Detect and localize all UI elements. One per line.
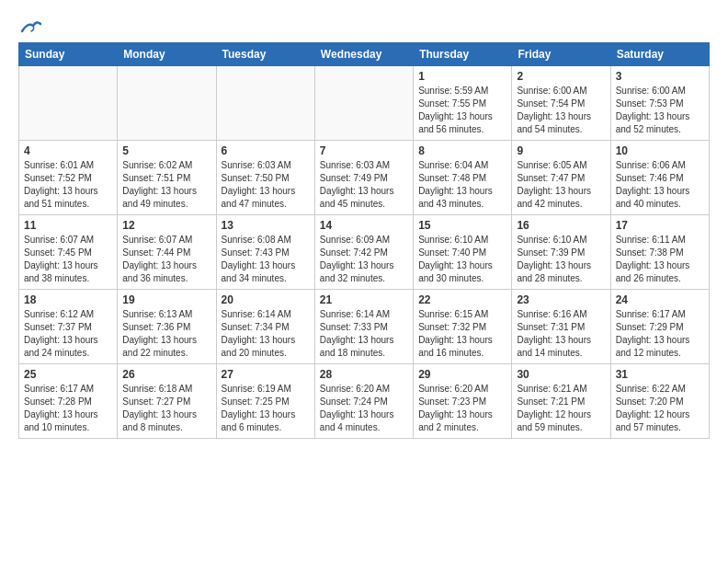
day-number: 17 <box>616 219 704 232</box>
day-info: Sunrise: 6:17 AM Sunset: 7:28 PM Dayligh… <box>24 383 112 434</box>
calendar-cell: 6Sunrise: 6:03 AM Sunset: 7:50 PM Daylig… <box>216 141 314 215</box>
calendar-cell: 24Sunrise: 6:17 AM Sunset: 7:29 PM Dayli… <box>610 290 709 364</box>
day-number: 2 <box>517 70 605 83</box>
day-info: Sunrise: 6:22 AM Sunset: 7:20 PM Dayligh… <box>616 383 704 434</box>
day-info: Sunrise: 6:13 AM Sunset: 7:36 PM Dayligh… <box>122 308 210 360</box>
day-info: Sunrise: 6:20 AM Sunset: 7:23 PM Dayligh… <box>418 383 506 434</box>
calendar-cell: 10Sunrise: 6:06 AM Sunset: 7:46 PM Dayli… <box>610 141 709 215</box>
weekday-monday: Monday <box>118 43 216 66</box>
day-number: 22 <box>418 293 506 306</box>
day-number: 19 <box>122 293 210 306</box>
weekday-header-row: SundayMondayTuesdayWednesdayThursdayFrid… <box>19 43 710 66</box>
day-number: 27 <box>222 368 310 381</box>
weekday-thursday: Thursday <box>414 43 512 66</box>
day-number: 18 <box>24 293 112 306</box>
day-info: Sunrise: 6:03 AM Sunset: 7:49 PM Dayligh… <box>320 159 408 211</box>
calendar-cell: 15Sunrise: 6:10 AM Sunset: 7:40 PM Dayli… <box>414 215 512 290</box>
calendar-cell: 4Sunrise: 6:01 AM Sunset: 7:52 PM Daylig… <box>19 141 118 215</box>
day-number: 28 <box>320 368 408 381</box>
calendar-cell: 17Sunrise: 6:11 AM Sunset: 7:38 PM Dayli… <box>610 215 709 290</box>
day-info: Sunrise: 6:02 AM Sunset: 7:51 PM Dayligh… <box>122 159 210 211</box>
weekday-sunday: Sunday <box>19 43 118 66</box>
day-number: 3 <box>616 70 704 83</box>
calendar-cell <box>216 66 314 141</box>
day-number: 15 <box>418 219 506 232</box>
day-number: 12 <box>122 219 210 232</box>
day-info: Sunrise: 6:04 AM Sunset: 7:48 PM Dayligh… <box>418 159 506 211</box>
day-number: 30 <box>517 368 605 381</box>
week-row-2: 4Sunrise: 6:01 AM Sunset: 7:52 PM Daylig… <box>19 141 710 215</box>
day-number: 26 <box>122 368 210 381</box>
day-info: Sunrise: 6:20 AM Sunset: 7:24 PM Dayligh… <box>320 383 408 434</box>
calendar-cell: 18Sunrise: 6:12 AM Sunset: 7:37 PM Dayli… <box>19 290 118 364</box>
day-info: Sunrise: 6:17 AM Sunset: 7:29 PM Dayligh… <box>616 308 704 360</box>
day-number: 6 <box>222 144 310 157</box>
day-number: 1 <box>418 70 506 83</box>
calendar-cell: 25Sunrise: 6:17 AM Sunset: 7:28 PM Dayli… <box>19 364 118 439</box>
header <box>18 15 710 35</box>
day-info: Sunrise: 6:06 AM Sunset: 7:46 PM Dayligh… <box>616 159 704 211</box>
week-row-1: 1Sunrise: 5:59 AM Sunset: 7:55 PM Daylig… <box>19 66 710 141</box>
calendar-cell: 3Sunrise: 6:00 AM Sunset: 7:53 PM Daylig… <box>610 66 709 141</box>
day-info: Sunrise: 6:05 AM Sunset: 7:47 PM Dayligh… <box>517 159 605 211</box>
calendar-cell: 12Sunrise: 6:07 AM Sunset: 7:44 PM Dayli… <box>118 215 216 290</box>
weekday-saturday: Saturday <box>610 43 709 66</box>
calendar-cell: 30Sunrise: 6:21 AM Sunset: 7:21 PM Dayli… <box>512 364 610 439</box>
day-number: 31 <box>616 368 704 381</box>
day-info: Sunrise: 6:14 AM Sunset: 7:34 PM Dayligh… <box>222 308 310 360</box>
day-number: 20 <box>222 293 310 306</box>
day-info: Sunrise: 6:00 AM Sunset: 7:54 PM Dayligh… <box>517 85 605 136</box>
calendar-cell: 29Sunrise: 6:20 AM Sunset: 7:23 PM Dayli… <box>414 364 512 439</box>
calendar-cell: 1Sunrise: 5:59 AM Sunset: 7:55 PM Daylig… <box>414 66 512 141</box>
day-info: Sunrise: 6:08 AM Sunset: 7:43 PM Dayligh… <box>222 234 310 285</box>
day-number: 7 <box>320 144 408 157</box>
day-info: Sunrise: 6:11 AM Sunset: 7:38 PM Dayligh… <box>616 234 704 285</box>
day-info: Sunrise: 6:19 AM Sunset: 7:25 PM Dayligh… <box>222 383 310 434</box>
calendar-cell: 16Sunrise: 6:10 AM Sunset: 7:39 PM Dayli… <box>512 215 610 290</box>
calendar-cell: 20Sunrise: 6:14 AM Sunset: 7:34 PM Dayli… <box>216 290 314 364</box>
calendar-cell: 28Sunrise: 6:20 AM Sunset: 7:24 PM Dayli… <box>314 364 413 439</box>
day-info: Sunrise: 6:14 AM Sunset: 7:33 PM Dayligh… <box>320 308 408 360</box>
calendar-cell <box>118 66 216 141</box>
calendar-cell <box>19 66 118 141</box>
calendar-cell: 13Sunrise: 6:08 AM Sunset: 7:43 PM Dayli… <box>216 215 314 290</box>
logo-bird-icon <box>20 18 42 35</box>
day-info: Sunrise: 6:18 AM Sunset: 7:27 PM Dayligh… <box>122 383 210 434</box>
day-info: Sunrise: 6:00 AM Sunset: 7:53 PM Dayligh… <box>616 85 704 136</box>
day-number: 24 <box>616 293 704 306</box>
day-number: 25 <box>24 368 112 381</box>
weekday-friday: Friday <box>512 43 610 66</box>
calendar-cell: 31Sunrise: 6:22 AM Sunset: 7:20 PM Dayli… <box>610 364 709 439</box>
calendar-cell: 22Sunrise: 6:15 AM Sunset: 7:32 PM Dayli… <box>414 290 512 364</box>
calendar-cell: 21Sunrise: 6:14 AM Sunset: 7:33 PM Dayli… <box>314 290 413 364</box>
calendar-cell <box>314 66 413 141</box>
week-row-4: 18Sunrise: 6:12 AM Sunset: 7:37 PM Dayli… <box>19 290 710 364</box>
day-number: 29 <box>418 368 506 381</box>
day-number: 16 <box>517 219 605 232</box>
calendar-cell: 9Sunrise: 6:05 AM Sunset: 7:47 PM Daylig… <box>512 141 610 215</box>
week-row-3: 11Sunrise: 6:07 AM Sunset: 7:45 PM Dayli… <box>19 215 710 290</box>
day-number: 4 <box>24 144 112 157</box>
calendar-cell: 11Sunrise: 6:07 AM Sunset: 7:45 PM Dayli… <box>19 215 118 290</box>
day-info: Sunrise: 6:15 AM Sunset: 7:32 PM Dayligh… <box>418 308 506 360</box>
day-info: Sunrise: 5:59 AM Sunset: 7:55 PM Dayligh… <box>418 85 506 136</box>
calendar-cell: 8Sunrise: 6:04 AM Sunset: 7:48 PM Daylig… <box>414 141 512 215</box>
calendar-cell: 14Sunrise: 6:09 AM Sunset: 7:42 PM Dayli… <box>314 215 413 290</box>
day-info: Sunrise: 6:07 AM Sunset: 7:44 PM Dayligh… <box>122 234 210 285</box>
day-info: Sunrise: 6:16 AM Sunset: 7:31 PM Dayligh… <box>517 308 605 360</box>
day-info: Sunrise: 6:01 AM Sunset: 7:52 PM Dayligh… <box>24 159 112 211</box>
calendar-cell: 5Sunrise: 6:02 AM Sunset: 7:51 PM Daylig… <box>118 141 216 215</box>
week-row-5: 25Sunrise: 6:17 AM Sunset: 7:28 PM Dayli… <box>19 364 710 439</box>
day-info: Sunrise: 6:10 AM Sunset: 7:39 PM Dayligh… <box>517 234 605 285</box>
day-number: 8 <box>418 144 506 157</box>
calendar-cell: 19Sunrise: 6:13 AM Sunset: 7:36 PM Dayli… <box>118 290 216 364</box>
day-number: 13 <box>222 219 310 232</box>
weekday-wednesday: Wednesday <box>314 43 413 66</box>
calendar-cell: 2Sunrise: 6:00 AM Sunset: 7:54 PM Daylig… <box>512 66 610 141</box>
calendar-cell: 23Sunrise: 6:16 AM Sunset: 7:31 PM Dayli… <box>512 290 610 364</box>
logo <box>18 18 42 35</box>
day-number: 5 <box>122 144 210 157</box>
calendar-cell: 27Sunrise: 6:19 AM Sunset: 7:25 PM Dayli… <box>216 364 314 439</box>
day-number: 23 <box>517 293 605 306</box>
day-number: 10 <box>616 144 704 157</box>
